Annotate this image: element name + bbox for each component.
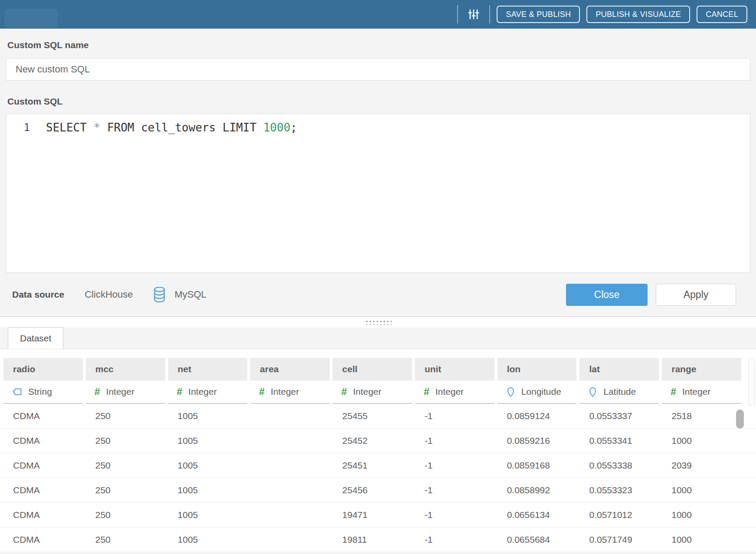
datasource-row: Data source ClickHouse MySQL Close Apply [6,273,750,316]
table-row: CDMA250100525451-10.08591680.05533382039 [0,453,756,478]
column-header-cell[interactable]: cell [333,358,412,380]
sql-token-plain [134,121,141,134]
table-cell: 1005 [168,503,248,527]
publish-and-visualize-button[interactable]: PUBLISH & VISUALIZE [586,6,690,23]
database-icon[interactable] [153,286,166,303]
sql-token-operator: * [94,121,101,134]
cancel-button[interactable]: CANCEL [697,6,747,23]
table-cell: 1005 [168,478,248,502]
column-type-lon[interactable]: Longitude [497,380,577,404]
table-cell: 250 [86,404,165,428]
hash-icon: # [259,386,265,398]
table-cell: 19471 [333,503,412,527]
table-cell: 250 [86,503,165,527]
table-cell: 25451 [333,453,412,478]
column-header-net[interactable]: net [168,358,248,380]
string-icon [12,387,22,396]
column-type-net[interactable]: #Integer [168,380,248,404]
column-header-range[interactable]: range [662,358,741,380]
column-type-cell[interactable]: #Integer [333,380,412,404]
table-cell: 1005 [168,404,248,428]
column-header-mcc[interactable]: mcc [86,358,165,380]
table-cell: 1005 [168,528,248,552]
table-cell: 1000 [662,528,741,552]
custom-sql-label: Custom SQL [6,96,750,107]
column-type-area[interactable]: #Integer [250,380,330,404]
column-header-lon[interactable]: lon [497,358,577,380]
table-cell: 1005 [168,453,248,478]
tab-dataset[interactable]: Dataset [8,327,63,349]
column-type-label: Longitude [521,387,561,397]
table-row: CDMA250100525455-10.08591240.05533372518 [0,404,756,429]
sql-token-identifier: cell_towers [141,121,216,134]
sql-token-plain: ; [291,121,298,134]
topbar-divider [457,5,458,23]
table-cell: -1 [415,429,494,453]
hash-icon: # [671,386,676,398]
table-cell: 0.0553338 [579,453,659,478]
table-type-row: String#Integer#Integer#Integer#Integer#I… [0,380,756,404]
table-row: CDMA250100525456-10.08589920.05533231000 [0,478,756,503]
table-cell: 19811 [333,528,412,552]
apply-button[interactable]: Apply [656,284,736,306]
table-cell [250,404,330,428]
sql-code-editor[interactable]: 1 SELECT * FROM cell_towers LIMIT 1000; [6,114,750,273]
table-cell: 0.0655684 [497,528,577,552]
column-type-label: Latitude [603,387,636,397]
table-cell: -1 [415,528,494,552]
table-cell: 0.0553341 [579,429,659,453]
table-cell: 0.0571749 [579,528,659,552]
table-cell: 0.0859168 [497,453,577,478]
line-number: 1 [6,120,30,135]
topbar-ghost-highlight [4,9,58,28]
column-header-area[interactable]: area [250,358,330,380]
table-rows: CDMA250100525455-10.08591240.05533372518… [0,404,756,552]
datasource-mysql[interactable]: MySQL [174,289,206,300]
datasource-clickhouse[interactable]: ClickHouse [85,289,133,300]
hash-icon: # [341,386,347,398]
column-type-label: Integer [188,387,216,397]
table-cell: 2518 [662,404,741,428]
panel-splitter [0,316,756,328]
table-cell [250,429,330,453]
table-cell: 2039 [662,453,741,478]
table-cell: 0.0858992 [497,478,577,502]
column-type-radio[interactable]: String [3,380,83,404]
table-cell [250,478,330,502]
table-cell: -1 [415,404,494,428]
table-row: CDMA250100519471-10.06561340.05710121000 [0,503,756,528]
table-cell: 250 [86,453,165,478]
dataset-tab-bar: Dataset [0,328,756,349]
hash-icon: # [95,386,100,398]
datasource-label: Data source [12,289,64,300]
table-cell: 1000 [662,503,741,527]
sql-token-keyword: FROM [107,121,134,134]
close-button[interactable]: Close [566,284,648,306]
settings-sliders-icon[interactable] [467,8,480,21]
table-cell [250,453,330,478]
column-header-lat[interactable]: lat [579,358,659,380]
table-cell: CDMA [3,478,83,502]
table-cell: -1 [415,478,494,502]
hash-icon: # [424,386,429,398]
table-cell: 1000 [662,478,741,502]
column-type-unit[interactable]: #Integer [415,380,494,404]
column-type-lat[interactable]: Latitude [579,380,659,404]
column-type-range[interactable]: #Integer [662,380,741,404]
table-cell: 25456 [333,478,412,502]
custom-sql-name-input[interactable] [6,58,750,81]
table-scrollbar-track[interactable] [748,358,755,406]
table-row: CDMA250100519811-10.06556840.05717491000 [0,528,756,552]
splitter-drag-handle-icon[interactable] [365,319,392,325]
table-cell: 0.0859124 [497,404,577,428]
table-cell [250,503,330,527]
save-and-publish-button[interactable]: SAVE & PUBLISH [497,6,580,23]
column-type-label: Integer [353,387,381,397]
table-scrollbar-thumb[interactable] [736,410,744,429]
column-type-label: Integer [435,387,464,397]
column-header-radio[interactable]: radio [3,358,83,380]
column-type-mcc[interactable]: #Integer [86,380,165,404]
column-header-unit[interactable]: unit [415,358,494,380]
dataset-table: radiomccnetareacellunitlonlatrange Strin… [0,349,756,552]
table-cell: 250 [86,429,165,453]
